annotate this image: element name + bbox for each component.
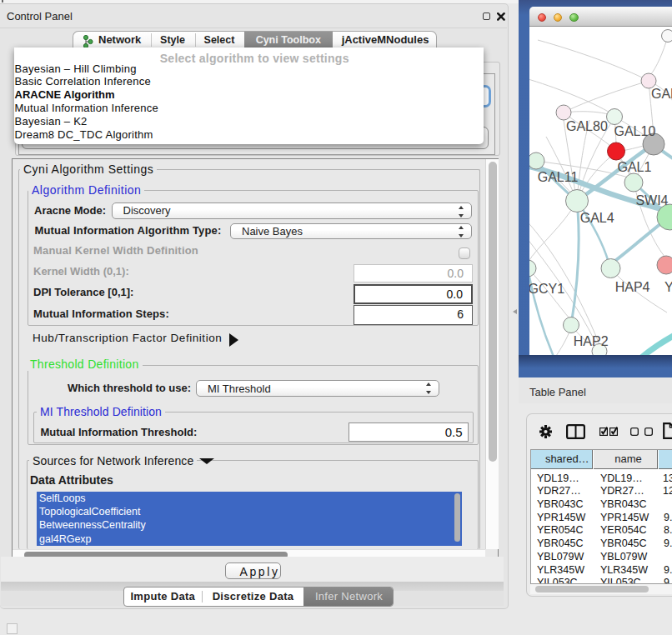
svg-text:GCY1: GCY1 [529, 282, 564, 296]
svg-text:GAL80: GAL80 [566, 119, 608, 133]
svg-text:SWI4: SWI4 [635, 193, 668, 208]
svg-text:GAL11: GAL11 [538, 170, 579, 184]
svg-text:GAL4: GAL4 [580, 211, 614, 225]
svg-text:GAL10: GAL10 [614, 124, 656, 138]
svg-text:HAP2: HAP2 [574, 334, 609, 348]
svg-text:GAL1: GAL1 [618, 160, 652, 174]
svg-text:Y: Y [664, 280, 672, 294]
svg-text:GAL: GAL [651, 87, 672, 101]
svg-text:HAP4: HAP4 [615, 280, 650, 294]
